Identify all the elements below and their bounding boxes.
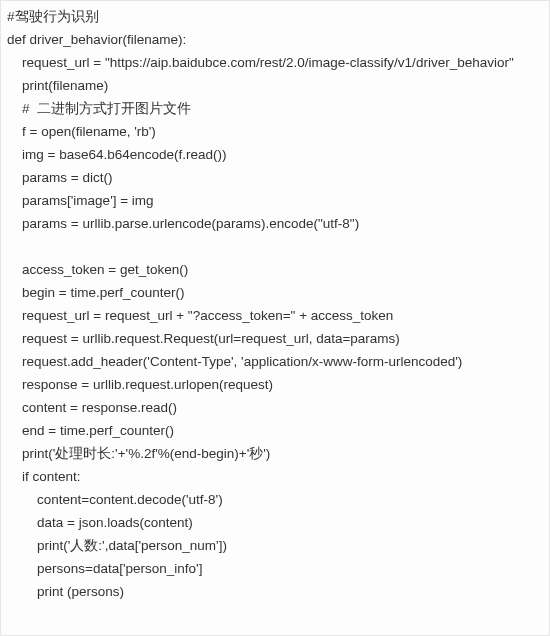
- code-block: #驾驶行为识别 def driver_behavior(filename): r…: [1, 1, 549, 611]
